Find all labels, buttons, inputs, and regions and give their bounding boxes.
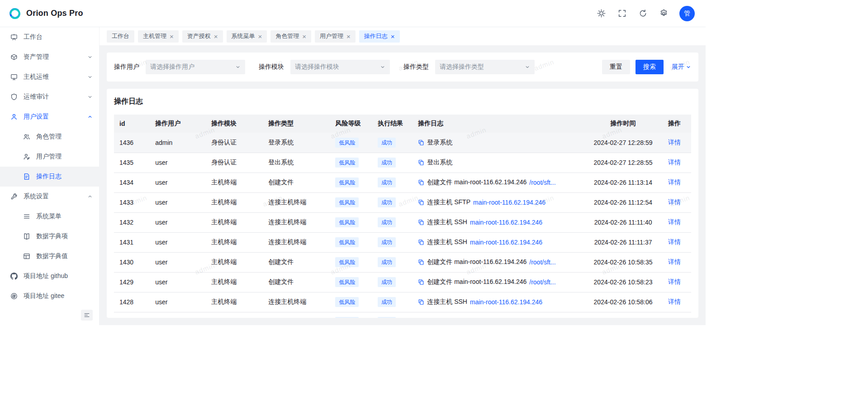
result-badge: 成功	[378, 217, 396, 227]
sidebar-item-user-settings[interactable]: 用户设置	[0, 107, 99, 127]
tab-host-management[interactable]: 主机管理×	[138, 30, 179, 43]
detail-link[interactable]: 详情	[668, 218, 681, 225]
cell-module: 主机终端	[206, 232, 263, 252]
sidebar-item-ops-audit[interactable]: 运维审计	[0, 87, 99, 107]
reset-button[interactable]: 重置	[602, 60, 630, 74]
cell-id: 1430	[114, 252, 150, 272]
result-badge: 成功	[378, 237, 396, 247]
filter-bar: 操作用户 请选择操作用户 操作模块 请选择操作模块 操作类型	[107, 53, 698, 82]
copy-icon[interactable]	[418, 299, 424, 305]
risk-badge: 低风险	[335, 197, 359, 207]
copy-icon[interactable]	[418, 139, 424, 146]
result-badge: 成功	[378, 257, 396, 267]
menu-icon	[23, 213, 30, 221]
sidebar-item-workbench[interactable]: 工作台	[0, 27, 99, 47]
sidebar-item-user-management[interactable]: 用户管理	[0, 147, 99, 167]
theme-brightness-icon[interactable]	[596, 9, 606, 19]
log-link[interactable]: main-root-116.62.194.246	[470, 298, 542, 306]
detail-link[interactable]: 详情	[668, 258, 681, 265]
log-link[interactable]: /root/sft...	[529, 179, 555, 186]
cell-time: 2024-02-27 12:28:55	[583, 153, 663, 173]
tab-workbench[interactable]: 工作台	[107, 30, 134, 43]
cell-type: 连接主机终端	[263, 312, 330, 318]
detail-link[interactable]: 详情	[668, 278, 681, 285]
filter-operation-user: 操作用户 请选择操作用户	[114, 60, 245, 74]
detail-link[interactable]: 详情	[668, 139, 681, 146]
copy-icon[interactable]	[418, 219, 424, 225]
sidebar-item-label: 工作台	[24, 33, 43, 41]
sidebar-item-system-menu[interactable]: 系统菜单	[0, 206, 99, 226]
cell-type: 创建文件	[263, 252, 330, 272]
log-link[interactable]: main-root-116.62.194.246	[470, 219, 542, 226]
table-icon	[23, 253, 30, 260]
fullscreen-icon[interactable]	[617, 9, 627, 19]
cell-module: 主机终端	[206, 192, 263, 212]
tab-role-management[interactable]: 角色管理×	[270, 30, 311, 43]
copy-icon[interactable]	[418, 259, 424, 265]
cell-user: user	[150, 192, 206, 212]
sidebar-item-github[interactable]: 项目地址 github	[0, 266, 99, 286]
settings-gear-icon[interactable]	[659, 9, 669, 19]
sidebar-item-dict-item[interactable]: 数据字典项	[0, 226, 99, 246]
copy-icon[interactable]	[418, 159, 424, 166]
collapse-sidebar-button[interactable]	[81, 310, 93, 321]
close-icon[interactable]: ×	[302, 33, 306, 40]
detail-link[interactable]: 详情	[668, 158, 681, 166]
close-icon[interactable]: ×	[170, 33, 174, 40]
log-link[interactable]: main-root-116.62.194.246	[473, 199, 545, 206]
refresh-icon[interactable]	[638, 9, 648, 19]
chevron-up-icon	[87, 114, 93, 120]
cell-module: 主机终端	[206, 212, 263, 232]
cell-module: 身份认证	[206, 133, 263, 153]
log-link[interactable]: main-root-116.62.194.246	[470, 239, 542, 246]
operation-module-select[interactable]: 请选择操作模块	[290, 60, 390, 74]
tab-user-management[interactable]: 用户管理×	[315, 30, 356, 43]
tab-asset-authorization[interactable]: 资产授权×	[182, 30, 223, 43]
operation-type-select[interactable]: 请选择操作类型	[435, 60, 535, 74]
copy-icon[interactable]	[418, 279, 424, 285]
avatar[interactable]: 管	[679, 6, 695, 21]
chevron-down-icon	[380, 64, 385, 70]
sidebar-item-label: 系统设置	[24, 192, 49, 201]
close-icon[interactable]: ×	[258, 33, 262, 40]
sidebar-item-gitee[interactable]: 项目地址 gitee	[0, 286, 99, 306]
sidebar-item-operation-log[interactable]: 操作日志	[0, 167, 99, 187]
sidebar-item-host-ops[interactable]: 主机运维	[0, 67, 99, 87]
sidebar-item-role-management[interactable]: 角色管理	[0, 127, 99, 147]
detail-link[interactable]: 详情	[668, 198, 681, 206]
cell-user: user	[150, 272, 206, 292]
sidebar-item-dict-value[interactable]: 数据字典值	[0, 246, 99, 266]
column-header: 操作时间	[583, 115, 663, 133]
copy-icon[interactable]	[418, 199, 424, 206]
user-edit-icon	[23, 153, 30, 161]
log-link[interactable]: /root/sft...	[529, 259, 555, 266]
sidebar-item-label: 用户设置	[24, 113, 49, 121]
sidebar-item-label: 数据字典值	[36, 252, 68, 260]
tab-system-menu[interactable]: 系统菜单×	[227, 30, 267, 43]
copy-icon[interactable]	[418, 239, 424, 245]
sidebar-item-asset-management[interactable]: 资产管理	[0, 47, 99, 67]
cell-user: user	[150, 312, 206, 318]
sidebar-item-label: 项目地址 github	[24, 272, 68, 280]
risk-badge: 低风险	[335, 317, 359, 318]
risk-badge: 低风险	[335, 237, 359, 247]
expand-toggle[interactable]: 展开	[672, 63, 691, 71]
copy-icon[interactable]	[418, 179, 424, 186]
logo[interactable]: Orion Ops Pro	[8, 7, 83, 20]
tab-operation-log[interactable]: 操作日志×	[359, 30, 400, 43]
close-icon[interactable]: ×	[214, 33, 218, 40]
cell-user: user	[150, 232, 206, 252]
detail-link[interactable]: 详情	[668, 178, 681, 186]
close-icon[interactable]: ×	[346, 33, 351, 40]
cell-time: 2024-02-26 11:11:37	[583, 232, 663, 252]
sidebar-item-system-settings[interactable]: 系统设置	[0, 187, 99, 206]
search-button[interactable]: 搜索	[636, 60, 664, 74]
operation-user-select[interactable]: 请选择操作用户	[146, 60, 245, 74]
cell-module: 主机终端	[206, 173, 263, 192]
log-link[interactable]: /root/sft...	[529, 278, 555, 286]
detail-link[interactable]: 详情	[668, 238, 681, 245]
close-icon[interactable]: ×	[391, 33, 395, 40]
log-text: 连接主机 SFTP	[427, 198, 470, 206]
cell-time: 2024-02-26 11:13:14	[583, 173, 663, 192]
detail-link[interactable]: 详情	[668, 298, 681, 305]
